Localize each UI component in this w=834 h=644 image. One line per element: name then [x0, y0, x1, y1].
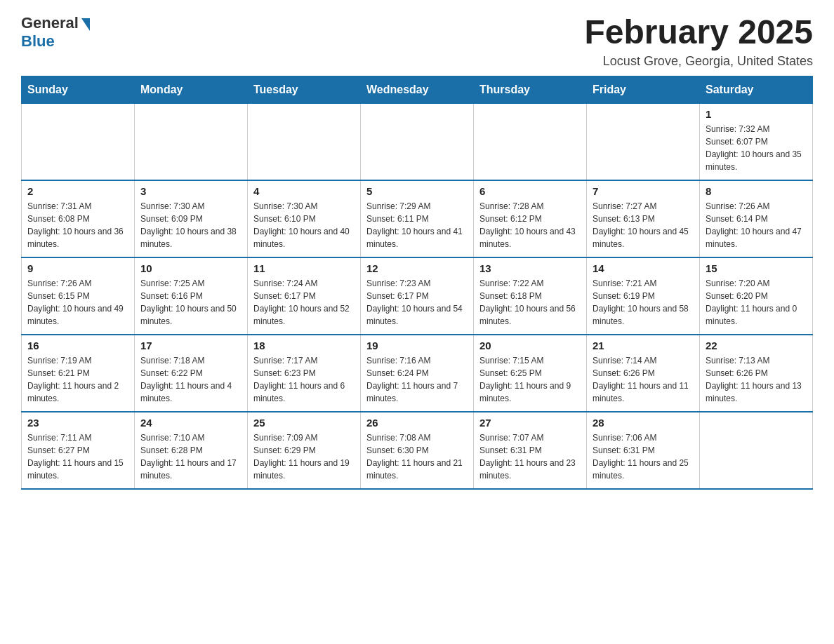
- day-info: Sunrise: 7:30 AMSunset: 6:10 PMDaylight:…: [253, 200, 355, 250]
- day-number: 16: [27, 340, 128, 351]
- title-section: February 2025 Locust Grove, Georgia, Uni…: [584, 14, 813, 69]
- weekday-header-monday: Monday: [135, 76, 248, 103]
- day-number: 25: [253, 417, 355, 429]
- calendar-cell: 7Sunrise: 7:27 AMSunset: 6:13 PMDaylight…: [587, 180, 700, 257]
- weekday-header-sunday: Sunday: [22, 76, 135, 103]
- day-number: 13: [479, 262, 581, 274]
- calendar-week-row: 1Sunrise: 7:32 AMSunset: 6:07 PMDaylight…: [22, 103, 813, 180]
- day-number: 6: [479, 185, 581, 197]
- day-info: Sunrise: 7:29 AMSunset: 6:11 PMDaylight:…: [366, 200, 468, 250]
- day-number: 26: [366, 417, 468, 429]
- day-info: Sunrise: 7:31 AMSunset: 6:08 PMDaylight:…: [27, 200, 128, 250]
- day-info: Sunrise: 7:32 AMSunset: 6:07 PMDaylight:…: [706, 123, 807, 173]
- day-info: Sunrise: 7:22 AMSunset: 6:18 PMDaylight:…: [479, 277, 581, 328]
- day-info: Sunrise: 7:26 AMSunset: 6:15 PMDaylight:…: [27, 277, 128, 328]
- calendar-week-row: 16Sunrise: 7:19 AMSunset: 6:21 PMDayligh…: [22, 335, 813, 412]
- weekday-header-row: SundayMondayTuesdayWednesdayThursdayFrid…: [22, 76, 813, 103]
- calendar-cell: [361, 103, 474, 180]
- calendar-cell: 3Sunrise: 7:30 AMSunset: 6:09 PMDaylight…: [135, 180, 248, 257]
- day-info: Sunrise: 7:17 AMSunset: 6:23 PMDaylight:…: [253, 354, 355, 405]
- day-number: 12: [366, 262, 468, 274]
- day-number: 19: [366, 340, 468, 351]
- day-info: Sunrise: 7:16 AMSunset: 6:24 PMDaylight:…: [366, 354, 468, 405]
- calendar-cell: 25Sunrise: 7:09 AMSunset: 6:29 PMDayligh…: [248, 412, 361, 489]
- day-info: Sunrise: 7:08 AMSunset: 6:30 PMDaylight:…: [366, 431, 468, 482]
- day-number: 23: [27, 417, 128, 429]
- calendar-cell: 23Sunrise: 7:11 AMSunset: 6:27 PMDayligh…: [22, 412, 135, 489]
- calendar-body: 1Sunrise: 7:32 AMSunset: 6:07 PMDaylight…: [22, 103, 813, 489]
- day-info: Sunrise: 7:20 AMSunset: 6:20 PMDaylight:…: [706, 277, 807, 328]
- calendar-cell: 10Sunrise: 7:25 AMSunset: 6:16 PMDayligh…: [135, 257, 248, 335]
- day-number: 4: [253, 185, 355, 197]
- page-header: General Blue February 2025 Locust Grove,…: [21, 14, 813, 69]
- logo-general-text: General: [21, 14, 79, 32]
- day-info: Sunrise: 7:21 AMSunset: 6:19 PMDaylight:…: [593, 277, 694, 328]
- day-info: Sunrise: 7:19 AMSunset: 6:21 PMDaylight:…: [27, 354, 128, 405]
- calendar-cell: 15Sunrise: 7:20 AMSunset: 6:20 PMDayligh…: [700, 257, 813, 335]
- calendar-cell: 28Sunrise: 7:06 AMSunset: 6:31 PMDayligh…: [587, 412, 700, 489]
- day-number: 15: [706, 262, 807, 274]
- day-number: 1: [706, 108, 807, 120]
- day-info: Sunrise: 7:30 AMSunset: 6:09 PMDaylight:…: [140, 200, 241, 250]
- calendar-cell: 1Sunrise: 7:32 AMSunset: 6:07 PMDaylight…: [700, 103, 813, 180]
- calendar-cell: 24Sunrise: 7:10 AMSunset: 6:28 PMDayligh…: [135, 412, 248, 489]
- day-number: 22: [706, 340, 807, 351]
- calendar-cell: 6Sunrise: 7:28 AMSunset: 6:12 PMDaylight…: [474, 180, 587, 257]
- day-number: 10: [140, 262, 241, 274]
- day-info: Sunrise: 7:13 AMSunset: 6:26 PMDaylight:…: [706, 354, 807, 405]
- calendar-cell: 17Sunrise: 7:18 AMSunset: 6:22 PMDayligh…: [135, 335, 248, 412]
- day-number: 28: [593, 417, 694, 429]
- location-subtitle: Locust Grove, Georgia, United States: [584, 54, 813, 69]
- calendar-week-row: 23Sunrise: 7:11 AMSunset: 6:27 PMDayligh…: [22, 412, 813, 489]
- calendar-cell: 4Sunrise: 7:30 AMSunset: 6:10 PMDaylight…: [248, 180, 361, 257]
- calendar-cell: 21Sunrise: 7:14 AMSunset: 6:26 PMDayligh…: [587, 335, 700, 412]
- day-number: 20: [479, 340, 581, 351]
- calendar-cell: [587, 103, 700, 180]
- calendar-cell: 5Sunrise: 7:29 AMSunset: 6:11 PMDaylight…: [361, 180, 474, 257]
- calendar-cell: [248, 103, 361, 180]
- calendar-cell: 22Sunrise: 7:13 AMSunset: 6:26 PMDayligh…: [700, 335, 813, 412]
- calendar-cell: 26Sunrise: 7:08 AMSunset: 6:30 PMDayligh…: [361, 412, 474, 489]
- day-info: Sunrise: 7:28 AMSunset: 6:12 PMDaylight:…: [479, 200, 581, 250]
- day-info: Sunrise: 7:25 AMSunset: 6:16 PMDaylight:…: [140, 277, 241, 328]
- day-number: 18: [253, 340, 355, 351]
- calendar-cell: 20Sunrise: 7:15 AMSunset: 6:25 PMDayligh…: [474, 335, 587, 412]
- day-info: Sunrise: 7:15 AMSunset: 6:25 PMDaylight:…: [479, 354, 581, 405]
- logo-blue-text: Blue: [21, 32, 55, 51]
- calendar-cell: 27Sunrise: 7:07 AMSunset: 6:31 PMDayligh…: [474, 412, 587, 489]
- logo: General Blue: [21, 14, 90, 51]
- day-number: 3: [140, 185, 241, 197]
- calendar-table: SundayMondayTuesdayWednesdayThursdayFrid…: [21, 76, 813, 490]
- day-info: Sunrise: 7:18 AMSunset: 6:22 PMDaylight:…: [140, 354, 241, 405]
- day-number: 9: [27, 262, 128, 274]
- calendar-cell: [474, 103, 587, 180]
- calendar-cell: [22, 103, 135, 180]
- day-number: 7: [593, 185, 694, 197]
- calendar-week-row: 2Sunrise: 7:31 AMSunset: 6:08 PMDaylight…: [22, 180, 813, 257]
- day-info: Sunrise: 7:24 AMSunset: 6:17 PMDaylight:…: [253, 277, 355, 328]
- day-number: 24: [140, 417, 241, 429]
- calendar-cell: [700, 412, 813, 489]
- day-info: Sunrise: 7:09 AMSunset: 6:29 PMDaylight:…: [253, 431, 355, 482]
- calendar-header: SundayMondayTuesdayWednesdayThursdayFrid…: [22, 76, 813, 103]
- day-info: Sunrise: 7:06 AMSunset: 6:31 PMDaylight:…: [593, 431, 694, 482]
- day-number: 8: [706, 185, 807, 197]
- day-number: 14: [593, 262, 694, 274]
- calendar-week-row: 9Sunrise: 7:26 AMSunset: 6:15 PMDaylight…: [22, 257, 813, 335]
- day-number: 2: [27, 185, 128, 197]
- weekday-header-wednesday: Wednesday: [361, 76, 474, 103]
- day-info: Sunrise: 7:23 AMSunset: 6:17 PMDaylight:…: [366, 277, 468, 328]
- calendar-cell: 19Sunrise: 7:16 AMSunset: 6:24 PMDayligh…: [361, 335, 474, 412]
- day-number: 17: [140, 340, 241, 351]
- calendar-cell: 12Sunrise: 7:23 AMSunset: 6:17 PMDayligh…: [361, 257, 474, 335]
- day-number: 5: [366, 185, 468, 197]
- calendar-cell: [135, 103, 248, 180]
- calendar-cell: 14Sunrise: 7:21 AMSunset: 6:19 PMDayligh…: [587, 257, 700, 335]
- calendar-cell: 9Sunrise: 7:26 AMSunset: 6:15 PMDaylight…: [22, 257, 135, 335]
- day-number: 27: [479, 417, 581, 429]
- logo-arrow-icon: [81, 18, 90, 31]
- month-year-title: February 2025: [584, 14, 813, 51]
- calendar-cell: 13Sunrise: 7:22 AMSunset: 6:18 PMDayligh…: [474, 257, 587, 335]
- calendar-cell: 11Sunrise: 7:24 AMSunset: 6:17 PMDayligh…: [248, 257, 361, 335]
- weekday-header-saturday: Saturday: [700, 76, 813, 103]
